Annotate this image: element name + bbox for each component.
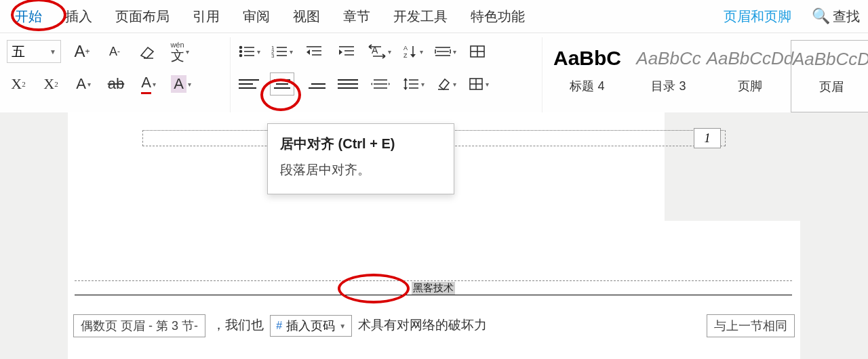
insert-page-number-button[interactable]: # 插入页码 ▼	[270, 315, 352, 337]
style-label: 页脚	[711, 78, 789, 94]
svg-text:3: 3	[271, 53, 275, 59]
group-paragraph: ▾ 123▾ A▾ AZ▾ ▾	[231, 37, 542, 112]
ribbon-tabs: 开始 插入 页面布局 引用 审阅 视图 章节 开发工具 特色功能 页眉和页脚 🔍…	[0, 0, 868, 33]
phonetic-guide-button[interactable]: wén文 ▾	[168, 40, 191, 63]
line-spacing-button[interactable]: ▾	[401, 72, 425, 96]
shading-button[interactable]: ▾	[434, 72, 457, 96]
tight-wrap-button[interactable]: ▾	[433, 40, 456, 63]
page-current: 黑客技术 偶数页 页眉 - 第 3 节- ，我们也 # 插入页码 ▼ 术具有对网…	[68, 221, 800, 359]
increase-indent-button[interactable]	[335, 40, 358, 63]
style-toc3[interactable]: AaBbCc 目录 3	[628, 40, 709, 112]
insert-pn-label: 插入页码	[286, 318, 335, 334]
distribute-button[interactable]	[369, 72, 392, 96]
align-right-button[interactable]	[304, 72, 327, 96]
style-label: 标题 4	[548, 78, 627, 94]
body-right: 术具有对网络的破坏力	[358, 318, 487, 332]
tab-dev[interactable]: 开发工具	[384, 3, 457, 30]
clear-format-button[interactable]	[136, 40, 159, 63]
styles-gallery: AaBbC 标题 4 AaBbCc 目录 3 AaBbCcDd 页脚 AaBbC…	[542, 37, 868, 112]
header-info-row: 偶数页 页眉 - 第 3 节- ，我们也 # 插入页码 ▼ 术具有对网络的破坏力…	[73, 314, 795, 337]
style-label: 目录 3	[629, 78, 708, 94]
tab-layout[interactable]: 页面布局	[106, 3, 179, 30]
tab-sections[interactable]: 章节	[334, 3, 380, 30]
style-preview: AaBbCcD	[793, 43, 868, 75]
page-number-icon: #	[276, 320, 282, 332]
style-heading4[interactable]: AaBbC 标题 4	[547, 40, 628, 112]
grow-font-button[interactable]: A+	[71, 40, 94, 63]
svg-point-2	[239, 51, 241, 53]
tooltip-title: 居中对齐 (Ctrl + E)	[280, 135, 441, 153]
tab-view[interactable]: 视图	[283, 3, 330, 30]
svg-point-0	[239, 47, 241, 49]
bullets-button[interactable]: ▾	[237, 40, 260, 63]
style-preview: AaBbC	[548, 43, 627, 74]
search-icon: 🔍	[812, 7, 830, 25]
shrink-font-button[interactable]: A-	[103, 40, 126, 63]
ribbon: 五 ▼ A+ A- wén文 ▾ X2 X2 A▾ ab A▾ A▾ ▾	[0, 33, 868, 112]
align-left-button[interactable]	[237, 72, 260, 96]
tooltip-body: 段落居中对齐。	[280, 161, 441, 179]
svg-text:Z: Z	[403, 52, 408, 59]
tab-insert[interactable]: 插入	[56, 3, 102, 30]
tab-header-footer[interactable]: 页眉和页脚	[714, 3, 801, 30]
search-button[interactable]: 🔍 查找	[812, 7, 863, 26]
header-region[interactable]: 黑客技术	[75, 280, 792, 295]
subscript-button[interactable]: X2	[39, 72, 62, 96]
font-color-button[interactable]: A▾	[137, 72, 160, 96]
superscript-button[interactable]: X2	[7, 72, 30, 96]
strikethrough-button[interactable]: ab	[104, 72, 127, 96]
sort-button[interactable]: AZ▾	[401, 40, 424, 63]
style-preview: AaBbCc	[629, 43, 708, 74]
numbering-button[interactable]: 123▾	[270, 40, 293, 63]
chevron-down-icon: ▼	[50, 48, 56, 56]
text-highlight-button[interactable]: A▾	[170, 72, 193, 96]
text-direction-button[interactable]: A▾	[368, 40, 391, 63]
align-center-button[interactable]	[270, 72, 294, 96]
page-number-field[interactable]: 1	[694, 128, 721, 148]
body-left: ，我们也	[212, 318, 264, 332]
search-label: 查找	[833, 7, 860, 26]
tab-references[interactable]: 引用	[183, 3, 229, 30]
tab-special[interactable]: 特色功能	[461, 3, 534, 30]
header-text[interactable]: 黑客技术	[412, 282, 455, 295]
style-preview: AaBbCcDd	[711, 43, 789, 74]
insert-table-button[interactable]	[466, 40, 489, 63]
even-page-header-tag: 偶数页 页眉 - 第 3 节-	[73, 314, 205, 337]
borders-button[interactable]: ▾	[467, 72, 490, 96]
body-text-fragment: ，我们也 # 插入页码 ▼ 术具有对网络的破坏力	[205, 315, 707, 337]
decrease-indent-button[interactable]	[302, 40, 326, 63]
svg-point-4	[239, 55, 241, 57]
tab-start[interactable]: 开始	[5, 3, 52, 30]
tooltip-align-center: 居中对齐 (Ctrl + E) 段落居中对齐。	[267, 123, 454, 194]
style-header[interactable]: AaBbCcD 页眉	[791, 40, 868, 112]
tab-review[interactable]: 审阅	[233, 3, 279, 30]
same-as-previous-tag: 与上一节相同	[707, 314, 795, 337]
font-size-value: 五	[12, 43, 25, 61]
chevron-down-icon: ▼	[339, 322, 346, 330]
style-footer[interactable]: AaBbCcDd 页脚	[709, 40, 791, 112]
align-justify-button[interactable]	[336, 72, 359, 96]
style-label: 页眉	[793, 79, 868, 95]
font-size-select[interactable]: 五 ▼	[7, 40, 61, 63]
change-case-button[interactable]: A▾	[72, 72, 95, 96]
group-font: 五 ▼ A+ A- wén文 ▾ X2 X2 A▾ ab A▾ A▾	[0, 37, 231, 112]
svg-text:A: A	[403, 45, 408, 51]
